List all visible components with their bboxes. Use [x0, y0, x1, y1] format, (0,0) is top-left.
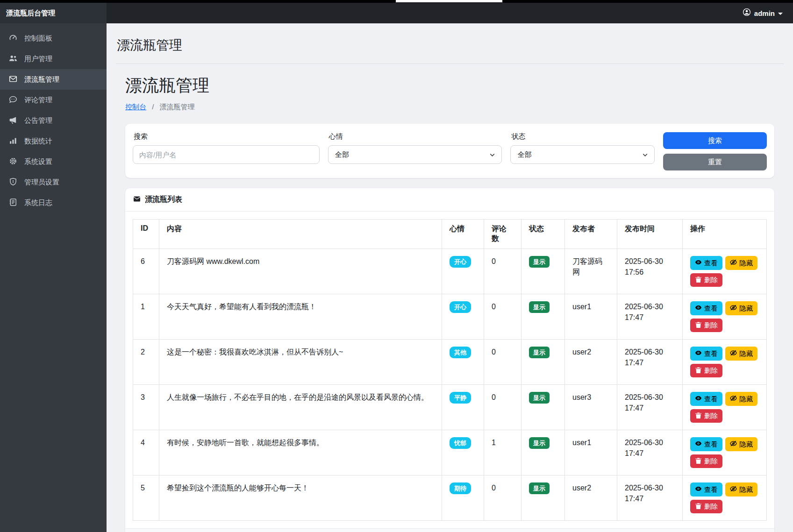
sidebar-item-settings[interactable]: 系统设置 — [0, 151, 107, 172]
cell-mood: 开心 — [442, 294, 484, 340]
gear-icon — [9, 157, 17, 167]
app-title: 漂流瓶后台管理 — [6, 9, 55, 18]
cell-status: 显示 — [522, 294, 565, 340]
mood-badge: 开心 — [450, 301, 471, 313]
sidebar-item-users[interactable]: 用户管理 — [0, 49, 107, 69]
cell-time: 2025-06-30 17:47 — [617, 430, 683, 475]
cell-content: 有时候，安静地听一首歌，就能想起很多事情。 — [159, 430, 442, 475]
hide-button[interactable]: 隐藏 — [725, 256, 757, 270]
cell-actions: 查看 隐藏 删除 — [683, 385, 767, 430]
status-badge: 显示 — [529, 482, 550, 494]
top-navbar: 漂流瓶后台管理 admin — [0, 3, 793, 23]
sidebar-item-statistics[interactable]: 数据统计 — [0, 131, 107, 151]
people-icon — [9, 54, 17, 64]
status-select[interactable]: 全部 — [510, 145, 655, 164]
hide-button[interactable]: 隐藏 — [725, 347, 757, 361]
sidebar-item-logs[interactable]: 系统日志 — [0, 192, 107, 213]
sidebar-item-label: 控制面板 — [24, 34, 52, 43]
view-button[interactable]: 查看 — [690, 437, 722, 451]
status-label: 状态 — [511, 132, 655, 141]
mood-badge: 期待 — [450, 482, 471, 494]
page-title: 漂流瓶管理 — [125, 74, 774, 97]
table-header-row: ID 内容 心情 评论数 状态 发布者 发布时间 操作 — [133, 220, 767, 249]
cell-id: 5 — [133, 475, 159, 521]
col-mood: 心情 — [442, 220, 484, 249]
delete-button[interactable]: 删除 — [690, 409, 722, 423]
eye-icon — [695, 395, 702, 403]
sidebar-item-admin-settings[interactable]: 管理员设置 — [0, 172, 107, 192]
col-actions: 操作 — [683, 220, 767, 249]
sidebar-item-label: 漂流瓶管理 — [24, 75, 59, 84]
hide-button[interactable]: 隐藏 — [725, 482, 757, 497]
hide-button[interactable]: 隐藏 — [725, 392, 757, 406]
envelope-fill-icon — [133, 195, 141, 205]
view-button[interactable]: 查看 — [690, 256, 722, 270]
sidebar-item-announcements[interactable]: 公告管理 — [0, 110, 107, 131]
cell-comments: 0 — [484, 249, 522, 294]
eye-slash-icon — [730, 395, 737, 403]
mood-label: 心情 — [329, 132, 502, 141]
delete-button[interactable]: 删除 — [690, 454, 722, 468]
status-badge: 显示 — [529, 256, 550, 268]
sidebar-item-label: 系统设置 — [24, 157, 52, 166]
cell-time: 2025-06-30 17:47 — [617, 294, 683, 340]
mood-badge: 开心 — [450, 256, 471, 268]
view-button[interactable]: 查看 — [690, 392, 722, 406]
hide-button[interactable]: 隐藏 — [725, 301, 757, 315]
cell-comments: 0 — [484, 294, 522, 340]
mood-select-value: 全部 — [335, 150, 349, 159]
view-button[interactable]: 查看 — [690, 301, 722, 315]
user-menu[interactable]: admin — [743, 8, 793, 18]
breadcrumb-separator: / — [152, 103, 154, 111]
search-input[interactable] — [133, 145, 320, 164]
sidebar-item-bottles[interactable]: 漂流瓶管理 — [0, 69, 107, 90]
trash-icon — [695, 503, 702, 511]
mood-badge: 其他 — [450, 347, 471, 358]
status-badge: 显示 — [529, 392, 550, 404]
reset-button[interactable]: 重置 — [663, 154, 767, 170]
cell-time: 2025-06-30 17:47 — [617, 385, 683, 430]
delete-button[interactable]: 删除 — [690, 500, 722, 514]
col-content: 内容 — [159, 220, 442, 249]
delete-button[interactable]: 删除 — [690, 364, 722, 378]
delete-button[interactable]: 删除 — [690, 273, 722, 287]
table-row: 5 希望捡到这个漂流瓶的人能够开心每一天！ 期待 0 显示 user2 2025… — [133, 475, 767, 521]
trash-icon — [695, 367, 702, 375]
eye-slash-icon — [730, 304, 737, 312]
cell-comments: 1 — [484, 430, 522, 475]
eye-icon — [695, 259, 702, 267]
eye-slash-icon — [730, 349, 737, 358]
cell-author: user1 — [565, 430, 617, 475]
cell-content: 这是一个秘密：我很喜欢吃冰淇淋，但从不告诉别人~ — [159, 340, 442, 385]
delete-button[interactable]: 删除 — [690, 319, 722, 333]
cell-actions: 查看 隐藏 删除 — [683, 340, 767, 385]
cell-comments: 0 — [484, 385, 522, 430]
search-label: 搜索 — [134, 132, 320, 141]
eye-slash-icon — [730, 485, 737, 494]
cell-mood: 忧郁 — [442, 430, 484, 475]
cell-status: 显示 — [522, 249, 565, 294]
chevron-down-icon — [642, 151, 649, 158]
mood-badge: 忧郁 — [450, 437, 471, 449]
eye-slash-icon — [730, 440, 737, 448]
trash-icon — [695, 412, 702, 420]
view-button[interactable]: 查看 — [690, 482, 722, 497]
breadcrumb-link-console[interactable]: 控制台 — [125, 103, 146, 111]
cell-status: 显示 — [522, 430, 565, 475]
hide-button[interactable]: 隐藏 — [725, 437, 757, 451]
view-button[interactable]: 查看 — [690, 347, 722, 361]
sidebar-item-comments[interactable]: 评论管理 — [0, 90, 107, 110]
table-row: 1 今天天气真好，希望能有人看到我的漂流瓶！ 开心 0 显示 user1 202… — [133, 294, 767, 340]
search-button[interactable]: 搜索 — [663, 132, 767, 149]
mood-select[interactable]: 全部 — [328, 145, 502, 164]
cell-time: 2025-06-30 17:56 — [617, 249, 683, 294]
table-row: 4 有时候，安静地听一首歌，就能想起很多事情。 忧郁 1 显示 user1 20… — [133, 430, 767, 475]
cell-id: 1 — [133, 294, 159, 340]
cell-author: user1 — [565, 294, 617, 340]
col-time: 发布时间 — [617, 220, 683, 249]
cell-content: 希望捡到这个漂流瓶的人能够开心每一天！ — [159, 475, 442, 521]
sidebar-item-label: 评论管理 — [24, 96, 52, 105]
filter-card: 搜索 心情 全部 状态 — [125, 124, 774, 178]
sidebar-item-dashboard[interactable]: 控制面板 — [0, 28, 107, 49]
main-content: 漂流瓶管理 漂流瓶管理 控制台 / 漂流瓶管理 搜索 — [107, 23, 793, 532]
